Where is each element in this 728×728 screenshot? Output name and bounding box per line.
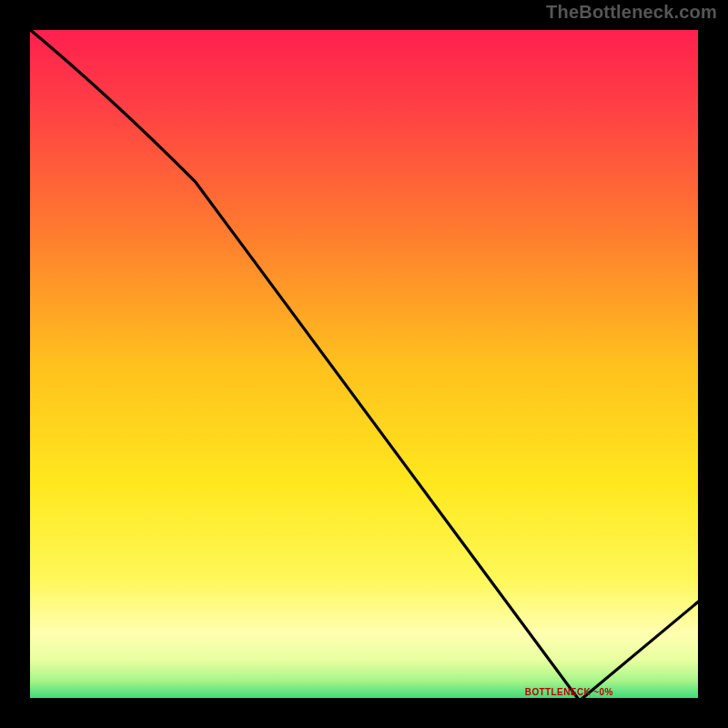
bottleneck-chart: BOTTLENECK ~0% xyxy=(0,0,728,728)
min-annotation: BOTTLENECK ~0% xyxy=(525,687,613,697)
chart-frame: TheBottleneck.com BOTTLENECK ~0% xyxy=(0,0,728,728)
plot-background xyxy=(27,27,701,701)
